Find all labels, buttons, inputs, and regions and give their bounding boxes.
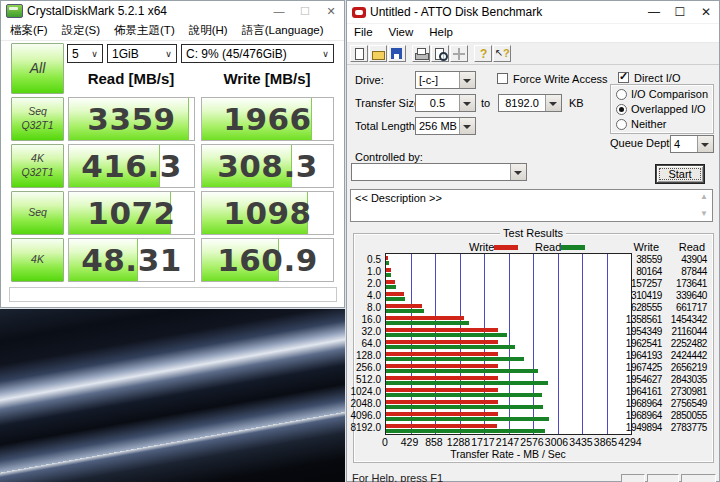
write-bar (386, 388, 498, 393)
open-file-icon[interactable] (369, 45, 387, 62)
x-axis-tick: 3435 (569, 436, 592, 448)
cdm-menu-item-2[interactable]: 佈景主題(T) (107, 21, 182, 41)
transfer-size-tick: 32.0 (347, 326, 381, 337)
cdm-status-strip (9, 287, 337, 302)
save-icon[interactable] (388, 45, 406, 62)
legend-write-label: Write (469, 241, 494, 253)
cdm-close-button[interactable]: ✕ (318, 1, 344, 21)
scroll-down-icon[interactable]: ▼ (699, 210, 709, 218)
dropdown-arrow-icon[interactable] (697, 136, 713, 152)
atto-close-button[interactable]: ✕ (693, 1, 719, 23)
read-column-header: Read (679, 241, 705, 253)
write-result-cell: 160.9 (201, 238, 334, 282)
atto-window-title: Untitled - ATTO Disk Benchmark (366, 5, 542, 19)
force-write-access-checkbox[interactable] (497, 73, 508, 84)
read-value: 87844 (681, 266, 707, 277)
cdm-maximize-button[interactable]: ☐ (292, 1, 318, 21)
cdm-menu-item-4[interactable]: 語言(Language) (235, 21, 331, 41)
queue-depth-label: Queue Depth: (610, 137, 679, 149)
write-result-cell: 308.3 (201, 144, 334, 188)
write-value: 1358561 (626, 314, 662, 325)
read-value: 2252482 (671, 338, 707, 349)
total-length-select[interactable]: 256 MB (415, 117, 476, 135)
run-all-tests-button[interactable]: All (11, 43, 64, 94)
read-bar (386, 261, 389, 266)
target-drive-value: C: 9% (45/476GiB) (182, 47, 318, 61)
atto-menu-item-1[interactable]: View (382, 24, 423, 40)
atto-minimize-button[interactable]: — (641, 1, 667, 23)
read-value: 2850055 (671, 410, 707, 421)
test-size-value: 1GiB (108, 47, 161, 61)
controlled-by-select[interactable] (351, 163, 527, 181)
read-value: 173641 (676, 278, 707, 289)
drive-select[interactable]: [-c-] (415, 71, 476, 89)
print-preview-icon[interactable] (431, 45, 449, 62)
read-bar (386, 333, 507, 338)
transfer-size-from-select[interactable]: 0.5 (415, 94, 476, 112)
test-count-select[interactable]: 5 ∨ (67, 44, 103, 63)
read-bar (386, 369, 538, 374)
x-axis-tick: 858 (425, 436, 443, 448)
gridline (558, 254, 559, 434)
desktop: CrystalDiskMark 5.2.1 x64 — ☐ ✕ 檔案(F)設定(… (0, 0, 720, 482)
test-type-button[interactable]: 4K (11, 238, 64, 282)
dropdown-arrow-icon[interactable] (459, 118, 475, 134)
transfer-size-label: Transfer Size: (355, 97, 423, 109)
test-size-select[interactable]: 1GiB ∨ (107, 44, 177, 63)
cdm-menu-item-3[interactable]: 說明(H) (182, 21, 235, 41)
description-text: << Description >> (355, 192, 442, 204)
test-type-button[interactable]: Seq Q32T1 (11, 97, 64, 141)
cdm-minimize-button[interactable]: — (266, 1, 292, 21)
test-type-button[interactable]: Seq (11, 191, 64, 235)
write-bar (386, 364, 498, 369)
read-bar (386, 429, 545, 434)
dropdown-arrow-icon[interactable] (545, 95, 561, 111)
start-button[interactable]: Start (656, 165, 704, 183)
kb-unit-label: KB (569, 97, 584, 109)
description-box[interactable]: << Description >> ▲ ▼ (350, 189, 713, 222)
atto-menu-item-0[interactable]: File (347, 24, 382, 40)
write-value: 310419 (631, 290, 662, 301)
transfer-size-tick: 2048.0 (347, 398, 381, 409)
write-bar (386, 340, 498, 345)
gridline (607, 254, 608, 434)
test-type-button[interactable]: 4K Q32T1 (11, 144, 64, 188)
print-icon[interactable] (412, 45, 430, 62)
x-axis-tick: 1717 (471, 436, 494, 448)
read-value: 3359 (69, 98, 194, 140)
target-drive-select[interactable]: C: 9% (45/476GiB) ∨ (181, 44, 334, 63)
read-column-header: Read [MB/s] (68, 70, 194, 89)
read-bar (386, 357, 524, 362)
about-icon[interactable] (474, 45, 492, 62)
io-mode-radio-2[interactable] (616, 119, 627, 130)
new-file-icon[interactable] (350, 45, 368, 62)
x-axis-tick: 3865 (594, 436, 617, 448)
write-bar (386, 328, 498, 333)
io-mode-label-2: Neither (631, 118, 666, 130)
x-axis-tick: 1288 (447, 436, 470, 448)
read-result-cell: 3359 (68, 97, 195, 141)
context-help-icon[interactable] (493, 45, 511, 62)
transfer-size-to-select[interactable]: 8192.0 (498, 94, 562, 112)
io-mode-radio-1[interactable] (616, 104, 627, 115)
x-axis-tick: 2147 (496, 436, 519, 448)
cdm-menu-item-0[interactable]: 檔案(F) (3, 21, 55, 41)
read-bar (386, 321, 469, 326)
write-value: 160.9 (202, 239, 333, 281)
dropdown-arrow-icon[interactable] (459, 72, 475, 88)
write-value: 38559 (636, 254, 662, 265)
atto-menu-item-2[interactable]: Help (422, 24, 462, 40)
dropdown-arrow-icon[interactable] (459, 95, 475, 111)
cdm-menu-item-1[interactable]: 設定(S) (55, 21, 107, 41)
atto-maximize-button[interactable]: ☐ (667, 1, 693, 23)
io-mode-radio-0[interactable] (616, 89, 627, 100)
pan-icon[interactable] (450, 45, 468, 62)
direct-io-checkbox[interactable] (618, 72, 629, 83)
dropdown-arrow-icon[interactable] (510, 164, 526, 180)
drive-label: Drive: (355, 74, 384, 86)
scroll-up-icon[interactable]: ▲ (699, 193, 709, 201)
status-pane (621, 474, 645, 482)
queue-depth-select[interactable]: 4 (670, 135, 714, 153)
write-value: 1966 (202, 98, 333, 140)
write-value: 157257 (631, 278, 662, 289)
